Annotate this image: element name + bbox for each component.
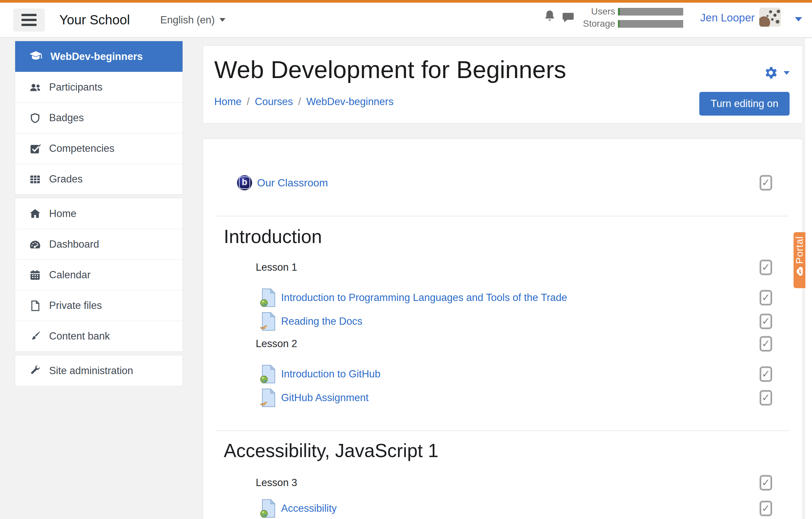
menu-toggle-button[interactable]	[13, 8, 45, 32]
sidebar-item-private-files[interactable]: Private files	[15, 290, 182, 321]
activity-link[interactable]: Introduction to GitHub	[281, 368, 381, 380]
sidebar-item-dashboard[interactable]: Dashboard	[15, 229, 182, 260]
completion-checkbox[interactable]: ✓	[760, 475, 772, 491]
label-row-lesson-3: Lesson 3 ✓	[256, 475, 793, 490]
users-meter-fill	[618, 8, 620, 15]
turn-editing-on-button[interactable]: Turn editing on	[699, 92, 790, 116]
sidebar-item-label: Site administration	[49, 365, 133, 377]
sidebar-item-label: Home	[49, 208, 77, 220]
actions-chevron-icon[interactable]	[784, 71, 790, 75]
completion-checkbox[interactable]: ✓	[760, 175, 772, 191]
sidebar-item-webdev-beginners[interactable]: WebDev-beginners	[15, 41, 182, 72]
site-name-link[interactable]: Your School	[59, 12, 130, 27]
users-meter-label: Users	[578, 7, 615, 17]
chevron-down-icon	[220, 18, 225, 22]
activity-link[interactable]: Reading the Docs	[281, 315, 362, 327]
url-resource-icon	[260, 499, 276, 518]
check-icon: ✓	[761, 262, 770, 272]
gear-icon[interactable]	[763, 65, 778, 80]
course-actions	[763, 65, 790, 80]
sidebar-item-content-bank[interactable]: Content bank	[15, 321, 182, 352]
check-square-icon	[29, 143, 41, 155]
label-row-lesson-1: Lesson 1 ✓	[256, 260, 793, 275]
sidebar-item-grades[interactable]: Grades	[15, 164, 182, 194]
section-heading-accessibility: Accessibility, JavaScript 1	[224, 440, 793, 461]
sidebar-item-label: Calendar	[49, 269, 91, 281]
messages-chat-icon[interactable]	[561, 10, 575, 24]
completion-checkbox[interactable]: ✓	[760, 501, 772, 516]
sidebar-item-label: Competencies	[49, 143, 114, 154]
wrench-icon	[29, 365, 41, 377]
label-row-lesson-2: Lesson 2 ✓	[256, 336, 793, 352]
sidebar-item-label: Private files	[49, 300, 102, 311]
notifications-bell-icon[interactable]	[543, 9, 557, 23]
calendar-icon	[29, 269, 41, 281]
user-menu-chevron-icon[interactable]	[795, 17, 802, 22]
user-menu-name[interactable]: Jen Looper	[700, 11, 755, 24]
sidebar-item-label: Grades	[49, 173, 83, 185]
storage-meter-label: Storage	[578, 19, 615, 29]
users-meter-bar	[618, 8, 683, 16]
activity-link-our-classroom[interactable]: Our Classroom	[257, 177, 328, 189]
sidebar-item-label: Participants	[49, 81, 103, 93]
sidebar-item-label: WebDev-beginners	[51, 51, 143, 63]
sidebar-item-home[interactable]: Home	[15, 198, 182, 229]
resource-row-url: Introduction to GitHub ✓	[260, 365, 793, 384]
completion-checkbox[interactable]: ✓	[760, 390, 772, 406]
sidebar-course-group: WebDev-beginners Participants Badges Com…	[15, 41, 183, 195]
portal-side-tab[interactable]: Portal	[793, 232, 805, 288]
bigbluebutton-icon: b	[237, 175, 252, 190]
language-selector[interactable]: English (en)	[160, 14, 225, 26]
shield-icon	[29, 112, 41, 124]
activity-row-our-classroom: b Our Classroom ✓	[237, 175, 793, 190]
breadcrumb-separator: /	[247, 96, 250, 108]
sidebar-item-site-administration[interactable]: Site administration	[15, 355, 182, 386]
activity-link[interactable]: GitHub Assignment	[281, 392, 369, 404]
check-icon: ✓	[761, 503, 770, 513]
activity-link[interactable]: Accessibility	[281, 502, 337, 514]
paintbrush-icon	[29, 330, 41, 342]
file-icon	[29, 300, 41, 312]
sidebar-item-competencies[interactable]: Competencies	[15, 133, 182, 164]
completion-checkbox[interactable]: ✓	[760, 290, 772, 306]
assignment-icon	[260, 312, 276, 331]
table-icon	[29, 173, 41, 185]
lesson-label: Lesson 1	[256, 262, 297, 273]
assignment-icon	[260, 388, 276, 407]
sidebar-admin-group: Site administration	[15, 355, 183, 386]
resource-row-assignment: GitHub Assignment ✓	[260, 388, 793, 407]
sidebar-site-group: Home Dashboard Calendar Private files Co…	[15, 198, 183, 352]
sidebar-item-badges[interactable]: Badges	[15, 102, 182, 133]
top-navbar: Your School English (en) Users Storage J…	[0, 3, 812, 38]
check-icon: ✓	[761, 478, 770, 488]
url-resource-icon	[260, 365, 276, 384]
breadcrumb-separator: /	[298, 96, 301, 108]
completion-checkbox[interactable]: ✓	[760, 367, 772, 382]
breadcrumb-home-link[interactable]: Home	[214, 96, 241, 108]
home-icon	[29, 208, 41, 220]
breadcrumb: Home / Courses / WebDev-beginners	[214, 96, 394, 108]
right-gutter	[805, 38, 812, 519]
users-meter: Users	[578, 7, 683, 17]
breadcrumb-course-link[interactable]: WebDev-beginners	[306, 96, 394, 108]
completion-checkbox[interactable]: ✓	[760, 314, 772, 329]
check-icon: ✓	[761, 178, 770, 188]
check-icon: ✓	[761, 316, 770, 326]
resource-row-assignment: Reading the Docs ✓	[260, 312, 793, 331]
nav-drawer: WebDev-beginners Participants Badges Com…	[0, 38, 195, 519]
dashboard-gauge-icon	[29, 238, 41, 251]
sidebar-item-participants[interactable]: Participants	[15, 72, 182, 102]
breadcrumb-courses-link[interactable]: Courses	[255, 96, 293, 108]
storage-meter: Storage	[578, 19, 683, 29]
user-avatar[interactable]	[759, 7, 781, 27]
sidebar-item-calendar[interactable]: Calendar	[15, 260, 182, 290]
storage-meter-bar	[618, 20, 683, 28]
completion-checkbox[interactable]: ✓	[760, 336, 772, 352]
course-header-card: Web Development for Beginners Home / Cou…	[203, 45, 803, 123]
sidebar-item-label: Content bank	[49, 330, 110, 342]
resource-row-url: Introduction to Programming Languages an…	[260, 288, 793, 307]
activity-link[interactable]: Introduction to Programming Languages an…	[281, 292, 567, 304]
completion-checkbox[interactable]: ✓	[760, 260, 772, 275]
check-icon: ✓	[761, 369, 770, 379]
check-icon: ✓	[761, 293, 770, 303]
